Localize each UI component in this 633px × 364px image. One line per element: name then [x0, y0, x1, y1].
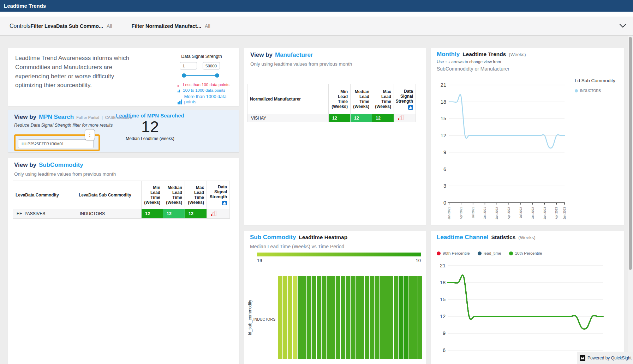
heatmap-cell[interactable]: [322, 276, 326, 359]
heatmap-cell[interactable]: [317, 276, 321, 359]
heatmap-cell[interactable]: [389, 276, 393, 359]
vertical-scrollbar[interactable]: [628, 36, 633, 364]
heatmap-cells[interactable]: [278, 276, 422, 359]
table-cell[interactable]: VISHAY: [247, 114, 329, 122]
signal-strength-cell[interactable]: [207, 209, 230, 219]
heatmap-cell[interactable]: [307, 276, 311, 359]
svg-text:9: 9: [443, 330, 446, 336]
mpn-search-input[interactable]: [18, 139, 94, 148]
heatmap-cell[interactable]: [331, 276, 335, 359]
kpi-value: 12: [115, 119, 185, 135]
column-header[interactable]: Max Lead Time (Weeks): [372, 84, 394, 114]
heatmap-cell[interactable]: [404, 276, 408, 359]
column-header[interactable]: Min Lead Time (Weeks): [329, 84, 351, 114]
column-header[interactable]: Median Lead Time (Weeks): [163, 181, 185, 209]
heatmap-cell[interactable]: [288, 276, 292, 359]
column-header[interactable]: Data Signal Strength: [394, 84, 416, 114]
title-accent: Sub Commodity: [250, 234, 296, 241]
column-header[interactable]: Max Lead Time (Weeks): [185, 181, 207, 209]
controls-label: Controls: [10, 23, 31, 29]
heatmap-cell[interactable]: [394, 276, 398, 359]
scrollbar-thumb[interactable]: [629, 37, 632, 270]
filter-label: Filter LevaData Sub Commo...: [31, 23, 103, 29]
svg-text:18: 18: [441, 99, 446, 105]
kebab-menu-button[interactable]: ⋮: [85, 129, 95, 140]
heatmap-cell[interactable]: [293, 276, 297, 359]
svg-text:18: 18: [440, 280, 446, 285]
signal-legend-item: Less than 100 data points: [178, 83, 238, 87]
column-header[interactable]: Normalized Manufacturer: [247, 84, 329, 114]
heatmap-cell[interactable]: [356, 276, 360, 359]
column-header[interactable]: LevaData Sub Commodity: [76, 181, 142, 209]
heatmap-cell[interactable]: [360, 276, 364, 359]
heatmap-cell[interactable]: [302, 276, 306, 359]
heatmap-cell[interactable]: [380, 276, 384, 359]
manufacturer-table: Normalized ManufacturerMin Lead Time (We…: [247, 84, 416, 122]
heatmap-y-axis-label: ld_sub_commodity: [247, 296, 252, 339]
subcommodity-subtitle: Only using leadtime values from previous…: [14, 171, 116, 177]
description-text: Leadtime Trend Awarenesss informs which …: [15, 54, 135, 90]
heatmap-cell[interactable]: [370, 276, 374, 359]
min-leadtime-cell[interactable]: 12: [329, 114, 351, 122]
subcommodity-label: SubCommodity: [39, 162, 83, 169]
heatmap-cell[interactable]: [399, 276, 403, 359]
heatmap-cell[interactable]: [375, 276, 379, 359]
monthly-line-chart[interactable]: 036912151821Jan 2021Apr 2021Jul 2021Oct …: [431, 48, 624, 225]
svg-text:Apr 2021: Apr 2021: [459, 207, 463, 219]
max-leadtime-cell[interactable]: 12: [372, 114, 394, 122]
table-row[interactable]: EE_PASSIVESINDUCTORS121212: [13, 209, 230, 219]
mpn-panel-title: View by MPN Search Full or Partial | CAS…: [14, 114, 132, 121]
heatmap-cell[interactable]: [346, 276, 350, 359]
heatmap-cell[interactable]: [312, 276, 316, 359]
heatmap-cell[interactable]: [283, 276, 287, 359]
title-text: Leadtime Heatmap: [299, 234, 347, 241]
max-leadtime-cell[interactable]: 12: [185, 209, 207, 219]
table-cell[interactable]: EE_PASSIVES: [13, 209, 76, 219]
column-header[interactable]: Min Lead Time (Weeks): [142, 181, 163, 209]
heatmap-cell[interactable]: [408, 276, 413, 359]
heatmap-cell[interactable]: [365, 276, 369, 359]
heatmap-cell[interactable]: [278, 276, 282, 359]
chevron-down-icon[interactable]: [619, 23, 627, 29]
slider-handle-max[interactable]: [215, 73, 219, 78]
signal-strength-cell[interactable]: [394, 114, 416, 122]
svg-text:Apr 2023: Apr 2023: [555, 207, 558, 219]
conditional-format-icon: [222, 201, 227, 205]
heatmap-cell[interactable]: [341, 276, 345, 359]
hint-divider: |: [102, 115, 103, 120]
signal-min-input[interactable]: [180, 62, 197, 69]
column-header[interactable]: LevaData Commodity: [13, 181, 76, 209]
heatmap-cell[interactable]: [418, 276, 422, 359]
svg-text:Jul 2022: Jul 2022: [519, 207, 522, 218]
heatmap-cell[interactable]: [336, 276, 340, 359]
filter-normalized-manufacturer[interactable]: Filter Normalized Manufact... All: [132, 23, 210, 29]
mpn-search-panel: View by MPN Search Full or Partial | CAS…: [8, 110, 239, 152]
filter-levadata-sub-commodity[interactable]: Filter LevaData Sub Commo... All: [31, 23, 112, 29]
heatmap-cell[interactable]: [351, 276, 355, 359]
manufacturer-panel-title: View by Manufacturer: [250, 51, 313, 59]
column-header[interactable]: Median Lead Time (Weeks): [351, 84, 372, 114]
channel-line-chart[interactable]: 2118151296: [431, 231, 624, 364]
svg-text:Jan 2022: Jan 2022: [495, 207, 498, 219]
svg-text:Oct 2021: Oct 2021: [483, 207, 486, 219]
min-leadtime-cell[interactable]: 12: [142, 209, 163, 219]
filter-value: All: [107, 23, 112, 29]
signal-max-input[interactable]: [203, 62, 220, 69]
slider-handle-min[interactable]: [182, 73, 186, 78]
svg-text:21: 21: [441, 82, 446, 88]
description-panel: Leadtime Trend Awarenesss informs which …: [8, 48, 239, 106]
median-leadtime-cell[interactable]: 12: [351, 114, 372, 122]
monthly-trends-panel: Monthly Leadtime Trends (Weeks) Use ↑ ↓ …: [431, 48, 624, 225]
signal-bars-icon: [178, 89, 181, 92]
heatmap-cell[interactable]: [384, 276, 388, 359]
heatmap-cell[interactable]: [413, 276, 417, 359]
heatmap-cell[interactable]: [327, 276, 331, 359]
scale-min-label: 10: [416, 258, 421, 263]
median-leadtime-cell[interactable]: 12: [163, 209, 185, 219]
signal-range-slider[interactable]: [183, 73, 219, 78]
column-header[interactable]: Data Signal Strength: [207, 181, 230, 209]
quicksight-dashboard: Leadtime Trends Controls Filter LevaData…: [0, 0, 633, 364]
heatmap-cell[interactable]: [298, 276, 302, 359]
table-row[interactable]: VISHAY121212: [247, 114, 416, 122]
table-cell[interactable]: INDUCTORS: [76, 209, 142, 219]
